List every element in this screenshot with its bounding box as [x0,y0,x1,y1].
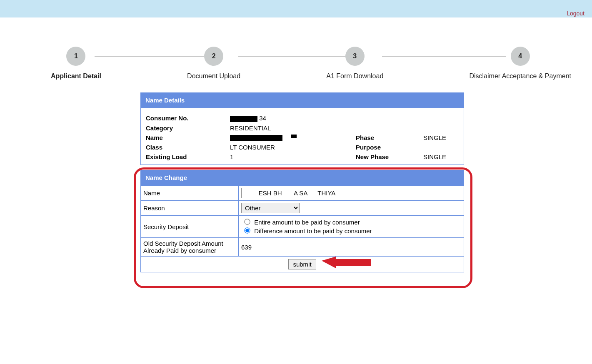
namechange-reason-select[interactable]: Other [241,203,300,213]
stepper: 1 Applicant Detail 2 Document Upload 3 A… [9,17,592,92]
submit-button[interactable]: submit [288,259,316,269]
category-label: Category [142,124,225,132]
namechange-name-input[interactable] [241,188,461,198]
step-label: Document Upload [187,72,240,80]
name-change-header: Name Change [140,170,464,185]
step-document-upload[interactable]: 2 Document Upload [187,47,240,80]
top-bar: Logout [0,0,592,17]
old-deposit-value: 639 [239,238,464,257]
new-phase-label: New Phase [352,152,418,161]
step-number: 2 [204,47,223,66]
step-label: A1 Form Download [326,72,383,80]
radio-difference[interactable] [244,227,250,233]
step-label: Applicant Detail [51,72,101,80]
svg-marker-0 [322,257,371,268]
existing-load-value: 1 [226,152,351,161]
name-details-panel: Consumer No. 34 Category RESIDENTIAL Nam… [140,108,464,165]
radio-difference-text: Difference amount to be paid by consumer [254,227,372,234]
name-value [226,133,351,142]
security-deposit-label: Security Deposit [141,216,239,238]
radio-entire-text: Entire amount to be paid by consumer [254,219,360,226]
consumer-no-value: 34 [226,114,351,123]
step-number: 4 [511,47,530,66]
category-value: RESIDENTIAL [226,124,351,132]
namechange-reason-label: Reason [141,201,239,216]
old-deposit-label: Old Security Deposit Amount Already Paid… [141,238,239,257]
step-applicant-detail[interactable]: 1 Applicant Detail [51,47,101,80]
radio-entire-label[interactable]: Entire amount to be paid by consumer [241,218,461,227]
logout-link[interactable]: Logout [567,10,585,17]
purpose-label: Purpose [352,143,418,152]
step-a1-form-download[interactable]: 3 A1 Form Download [326,47,383,80]
step-number: 1 [66,47,85,66]
radio-entire[interactable] [244,219,250,224]
namechange-name-label: Name [141,186,239,201]
consumer-no-label: Consumer No. [142,114,225,123]
step-disclaimer-payment[interactable]: 4 Disclaimer Acceptance & Payment [469,47,571,80]
new-phase-value: SINGLE [419,152,463,161]
step-label: Disclaimer Acceptance & Payment [469,72,571,80]
phase-value: SINGLE [419,133,463,142]
class-label: Class [142,143,225,152]
step-number: 3 [345,47,365,66]
class-value: LT CONSUMER [226,143,351,152]
radio-difference-label[interactable]: Difference amount to be paid by consumer [241,227,461,235]
name-label: Name [142,133,225,142]
name-details-header: Name Details [140,92,464,108]
existing-load-label: Existing Load [142,152,225,161]
content-wrapper: 1 Applicant Detail 2 Document Upload 3 A… [9,17,592,297]
purpose-value [419,143,463,152]
phase-label: Phase [352,133,418,142]
